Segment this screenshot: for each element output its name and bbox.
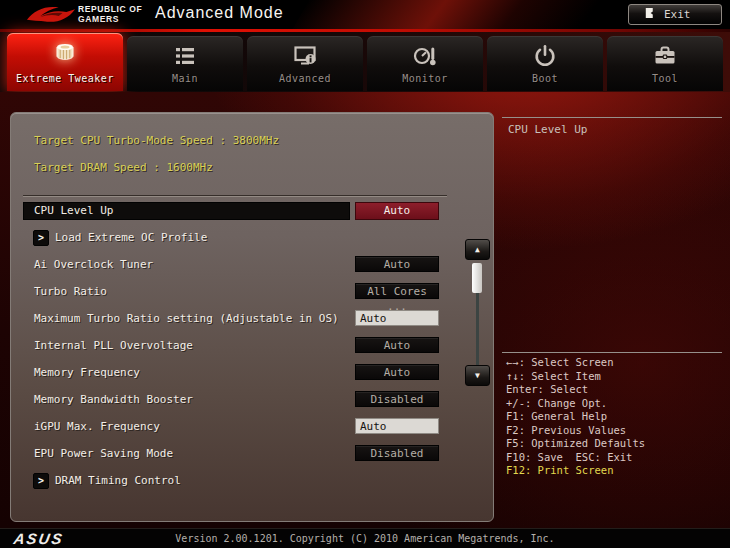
footer-bar: ASUS Version 2.00.1201. Copyright (C) 20…: [0, 528, 730, 548]
power-icon: [487, 43, 603, 69]
legend-line: F2: Previous Values: [506, 424, 645, 438]
selected-item-label: CPU Level Up: [23, 202, 350, 220]
option-value[interactable]: Disabled: [355, 445, 439, 461]
help-panel: CPU Level Up ←→: Select Screen ↑↓: Selec…: [500, 92, 724, 528]
target-cpu-speed: Target CPU Turbo-Mode Speed : 3800MHz: [34, 134, 279, 147]
option-value[interactable]: Auto: [355, 256, 439, 272]
legend-line: F5: Optimized Defaults: [506, 437, 645, 451]
tab-monitor[interactable]: Monitor: [367, 36, 483, 91]
bios-screen: REPUBLIC OF GAMERS Advanced Mode Exit Ex…: [0, 0, 730, 548]
option-value[interactable]: Auto: [355, 337, 439, 353]
value-input[interactable]: Auto: [355, 418, 439, 434]
settings-panel: Target CPU Turbo-Mode Speed : 3800MHz Ta…: [10, 112, 494, 522]
list-item-turbo-ratio[interactable]: Turbo Ratio All Cores ...: [11, 284, 471, 301]
header-bar: REPUBLIC OF GAMERS Advanced Mode Exit: [0, 0, 730, 30]
brand-text: REPUBLIC OF GAMERS: [78, 5, 142, 24]
legend-line: ↑↓: Select Item: [506, 370, 645, 384]
exit-label: Exit: [664, 8, 691, 21]
toolbox-icon: [607, 43, 723, 69]
list-icon: [127, 43, 243, 69]
scroll-up-button[interactable]: ▲: [465, 239, 490, 260]
list-item-igpu-max-frequency[interactable]: iGPU Max. Frequency Auto: [11, 419, 471, 436]
list-item-internal-pll-overvoltage[interactable]: Internal PLL Overvoltage Auto: [11, 338, 471, 355]
help-divider-top: [502, 117, 722, 118]
legend-line: Enter: Select: [506, 383, 645, 397]
target-dram-speed: Target DRAM Speed : 1600MHz: [34, 161, 213, 174]
tab-label: Boot: [487, 73, 603, 84]
version-text: Version 2.00.1201. Copyright (C) 2010 Am…: [0, 533, 730, 544]
submenu-arrow-icon: >: [33, 230, 49, 246]
tab-tool[interactable]: Tool: [607, 36, 723, 91]
tweaker-knob-icon: [7, 40, 123, 66]
header-red-streak: [287, 0, 612, 30]
list-item-ai-overclock-tuner[interactable]: Ai Overclock Tuner Auto: [11, 257, 471, 274]
help-divider-bottom: [502, 352, 722, 353]
display-info-icon: [247, 43, 363, 69]
legend-line-print-screen: F12: Print Screen: [506, 464, 645, 478]
legend-line: F10: Save ESC: Exit: [506, 451, 645, 465]
tab-label: Tool: [607, 73, 723, 84]
scrollbar-thumb[interactable]: [472, 263, 482, 293]
list-item-max-turbo-ratio[interactable]: Maximum Turbo Ratio setting (Adjustable …: [11, 311, 471, 328]
submenu-arrow-icon: >: [33, 473, 49, 489]
tab-bar: Extreme Tweaker Main: [0, 32, 730, 92]
list-item-cpu-level-up[interactable]: CPU Level Up Auto: [11, 202, 495, 220]
tab-advanced[interactable]: Advanced: [247, 36, 363, 91]
tab-main[interactable]: Main: [127, 36, 243, 91]
list-item-dram-timing-control[interactable]: > DRAM Timing Control: [11, 473, 471, 490]
list-item-load-extreme-oc[interactable]: > Load Extreme OC Profile: [11, 230, 471, 247]
help-title: CPU Level Up: [508, 123, 587, 136]
option-value[interactable]: All Cores ...: [355, 283, 439, 299]
selected-item-value[interactable]: Auto: [355, 202, 439, 220]
legend-line: F1: General Help: [506, 410, 645, 424]
panel-divider: [23, 195, 447, 197]
mode-title: Advanced Mode: [155, 4, 284, 22]
exit-button[interactable]: Exit: [628, 4, 722, 25]
exit-door-icon: [643, 6, 656, 23]
legend-line: ←→: Select Screen: [506, 356, 645, 370]
list-item-memory-bandwidth-booster[interactable]: Memory Bandwidth Booster Disabled: [11, 392, 471, 409]
bios-body: Target CPU Turbo-Mode Speed : 3800MHz Ta…: [0, 92, 730, 528]
tab-extreme-tweaker[interactable]: Extreme Tweaker: [7, 33, 123, 91]
gauge-thermometer-icon: [367, 43, 483, 69]
legend-line: +/-: Change Opt.: [506, 397, 645, 411]
rog-eye-icon: [26, 2, 76, 30]
tab-label: Monitor: [367, 73, 483, 84]
list-item-memory-frequency[interactable]: Memory Frequency Auto: [11, 365, 471, 382]
tab-label: Advanced: [247, 73, 363, 84]
tab-label: Extreme Tweaker: [7, 73, 123, 84]
list-item-epu-power-saving[interactable]: EPU Power Saving Mode Disabled: [11, 446, 471, 463]
key-legend: ←→: Select Screen ↑↓: Select Item Enter:…: [506, 356, 645, 478]
option-value[interactable]: Auto: [355, 364, 439, 380]
option-value[interactable]: Disabled: [355, 391, 439, 407]
scroll-down-button[interactable]: ▼: [465, 365, 490, 386]
scroll-down-icon: ▼: [475, 371, 480, 380]
value-input[interactable]: Auto: [355, 310, 439, 326]
tab-label: Main: [127, 73, 243, 84]
tab-boot[interactable]: Boot: [487, 36, 603, 91]
scroll-up-icon: ▲: [475, 245, 480, 254]
